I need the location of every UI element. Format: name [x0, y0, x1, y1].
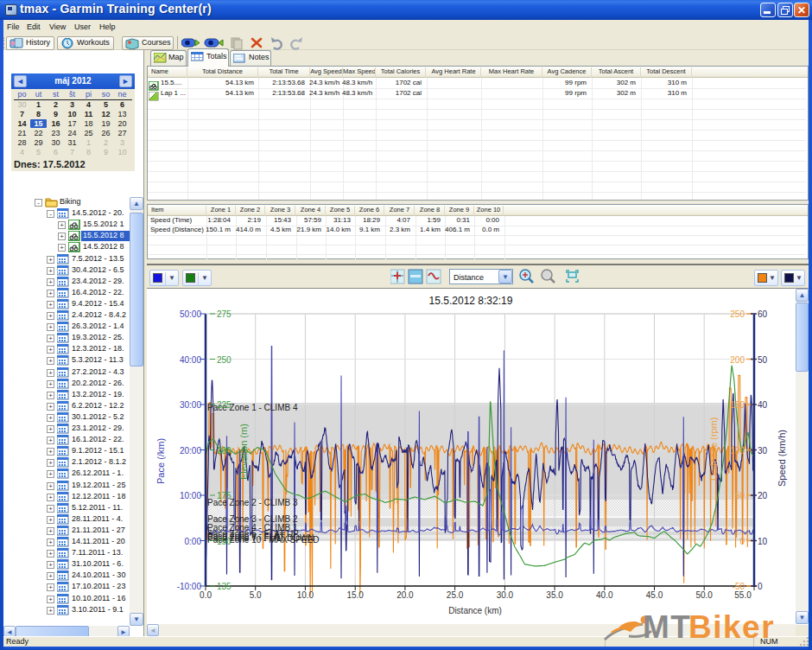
svg-text:Distance (km): Distance (km) — [448, 606, 502, 615]
svg-text:30.0: 30.0 — [497, 590, 514, 600]
svg-text:275: 275 — [217, 309, 232, 319]
svg-text:10: 10 — [758, 537, 768, 546]
svg-text:40: 40 — [758, 400, 768, 410]
svg-text:60: 60 — [758, 309, 768, 319]
svg-text:55.0: 55.0 — [734, 590, 752, 600]
svg-text:10.0: 10.0 — [297, 590, 314, 600]
svg-text:135: 135 — [217, 582, 232, 591]
svg-text:15.5.2012 8:32:19: 15.5.2012 8:32:19 — [429, 295, 513, 307]
svg-text:Elevation (m): Elevation (m) — [238, 424, 249, 480]
svg-text:20: 20 — [758, 491, 768, 500]
svg-text:-10:00: -10:00 — [177, 582, 202, 591]
svg-text:50: 50 — [758, 355, 768, 365]
svg-text:35.0: 35.0 — [546, 590, 563, 600]
svg-text:0: 0 — [758, 582, 763, 591]
svg-text:50.0: 50.0 — [695, 590, 713, 600]
svg-text:0:00: 0:00 — [185, 537, 202, 546]
svg-text:0: 0 — [739, 537, 745, 546]
svg-text:50:00: 50:00 — [180, 309, 201, 319]
svg-text:Cadence (rpm): Cadence (rpm) — [708, 417, 719, 481]
svg-text:20.0: 20.0 — [396, 590, 414, 600]
svg-text:10:00: 10:00 — [180, 491, 201, 500]
svg-text:50: 50 — [735, 491, 745, 500]
svg-text:5.0: 5.0 — [250, 590, 262, 600]
svg-text:30:00: 30:00 — [180, 400, 201, 410]
svg-text:100: 100 — [730, 446, 745, 456]
svg-text:30: 30 — [758, 446, 768, 456]
svg-text:Pace (/km): Pace (/km) — [155, 438, 166, 484]
svg-text:45.0: 45.0 — [646, 590, 663, 600]
svg-text:250: 250 — [217, 355, 232, 365]
svg-text:20:00: 20:00 — [180, 446, 201, 456]
svg-text:Speed (km/h): Speed (km/h) — [777, 430, 787, 487]
svg-text:15.0: 15.0 — [346, 590, 364, 600]
svg-text:25.0: 25.0 — [447, 590, 464, 600]
svg-text:0.0: 0.0 — [200, 590, 212, 600]
svg-text:150: 150 — [217, 537, 232, 546]
svg-text:225: 225 — [217, 400, 232, 410]
svg-text:200: 200 — [730, 355, 745, 365]
svg-text:40.0: 40.0 — [596, 590, 613, 600]
svg-text:175: 175 — [217, 491, 232, 500]
svg-text:200: 200 — [217, 446, 232, 456]
svg-text:40:00: 40:00 — [180, 355, 201, 365]
svg-text:150: 150 — [730, 400, 745, 410]
svg-text:250: 250 — [730, 309, 745, 319]
